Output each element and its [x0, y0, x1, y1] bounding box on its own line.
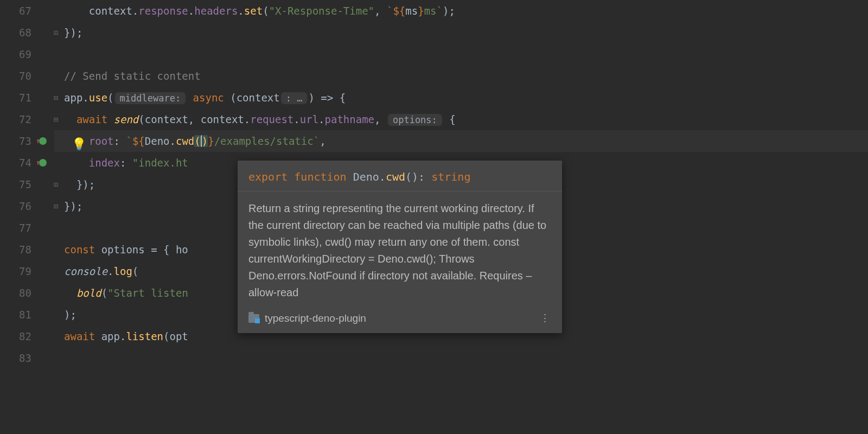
line-number[interactable]: 69 [0, 43, 31, 65]
token: , [374, 113, 387, 125]
fold-close-icon[interactable]: ⊡ [52, 195, 60, 217]
token: ); [443, 5, 455, 17]
line-number[interactable]: 67 [0, 0, 31, 22]
gutter: 67686970717273↑74↑757677787980818283 [0, 0, 50, 434]
line-number[interactable]: 71 [0, 87, 31, 108]
fold-open-icon[interactable]: ⊟ [52, 108, 60, 130]
token: }); [64, 27, 82, 39]
token: ${ [132, 135, 145, 147]
line-number[interactable]: 79 [0, 260, 31, 282]
token: } [208, 135, 214, 147]
line-number[interactable]: 74↑ [0, 152, 31, 174]
inlay-hint: options: [388, 114, 442, 126]
token: request [250, 113, 293, 125]
code-line[interactable]: // Send static content [54, 65, 868, 87]
fold-close-icon[interactable]: ⊡ [52, 174, 60, 195]
token: ( [101, 287, 107, 299]
token: headers [194, 5, 238, 17]
token: // Send static content [64, 70, 201, 82]
code-line[interactable]: ⊟ await send(context, context.request.ur… [54, 108, 868, 130]
code-line[interactable] [54, 347, 868, 369]
line-number[interactable]: 73↑ [0, 130, 31, 152]
token: }); [64, 178, 95, 190]
token: await [76, 113, 107, 125]
keyword-export: export [248, 170, 288, 183]
line-number[interactable]: 78 [0, 239, 31, 260]
token: ); [64, 309, 76, 321]
token: , [374, 5, 387, 17]
line-number[interactable]: 82 [0, 326, 31, 347]
code-line[interactable]: context.response.headers.set("X-Response… [54, 0, 868, 22]
line-number[interactable]: 70 [0, 65, 31, 87]
token: ( [263, 5, 269, 17]
token: send [114, 113, 139, 125]
vcs-change-marker[interactable] [39, 137, 47, 145]
token: ms [405, 5, 418, 17]
line-number[interactable]: 80 [0, 282, 31, 304]
quick-doc-popup: export function Deno.cwd(): string Retur… [238, 161, 562, 333]
line-number[interactable]: 76 [0, 195, 31, 217]
token [187, 92, 193, 104]
folder-icon [248, 314, 259, 323]
token: => [321, 92, 333, 104]
token: console [64, 265, 107, 277]
token: (opt [163, 330, 188, 342]
token: (context [224, 92, 280, 104]
fold-close-icon[interactable]: ⊡ [52, 22, 60, 43]
token: (context, context. [138, 113, 250, 125]
token: url [300, 113, 318, 125]
token: listen [126, 330, 163, 342]
token: ` [387, 5, 393, 17]
token: . [293, 113, 299, 125]
token: bold [76, 287, 101, 299]
line-number[interactable]: 72 [0, 108, 31, 130]
token: const [64, 244, 95, 256]
line-number[interactable]: 68 [0, 22, 31, 43]
source-label: typescript-deno-plugin [265, 312, 366, 324]
line-number[interactable]: 81 [0, 304, 31, 326]
code-line[interactable] [54, 43, 868, 65]
token: options = { ho [95, 244, 188, 256]
inlay-hint: : … [281, 92, 308, 104]
token: log [114, 265, 132, 277]
inlay-hint: middleware: [115, 92, 186, 104]
token: "index.ht [132, 157, 188, 169]
vcs-arrow-icon: ↑ [36, 152, 40, 174]
vcs-change-marker[interactable] [39, 159, 47, 167]
token: . [238, 5, 244, 17]
token: "Start listen [107, 287, 188, 299]
token: app. [64, 92, 89, 104]
token [64, 113, 76, 125]
token: . [318, 113, 324, 125]
token: : [114, 135, 126, 147]
token: ( [194, 135, 200, 147]
token: . [188, 5, 194, 17]
code-line[interactable]: 💡 root: `${Deno.cwd()}/examples/static`, [54, 130, 868, 152]
token: root [89, 135, 114, 147]
line-number[interactable]: 77 [0, 217, 31, 239]
token: response [138, 5, 188, 17]
more-actions-icon[interactable]: ⋮ [540, 312, 551, 324]
code-line[interactable]: ⊟app.use(middleware: async (context: …) … [54, 87, 868, 108]
quick-doc-body: Return a string representing the current… [238, 192, 562, 308]
token [64, 157, 89, 169]
token: { [333, 92, 346, 104]
token: ) [201, 135, 208, 147]
token: pathname [325, 113, 375, 125]
token: ` [126, 135, 132, 147]
token: index [89, 157, 120, 169]
vcs-arrow-icon: ↑ [36, 130, 40, 152]
fold-open-icon[interactable]: ⊟ [52, 87, 60, 108]
keyword-function: function [294, 170, 346, 183]
token: ( [132, 265, 138, 277]
line-number[interactable]: 83 [0, 347, 31, 369]
token: . [132, 5, 138, 17]
token: ( [107, 92, 113, 104]
qualifier: Deno. [353, 170, 386, 183]
line-number[interactable]: 75 [0, 174, 31, 195]
token: , [320, 135, 326, 147]
code-line[interactable]: ⊡}); [54, 22, 868, 43]
token: } [418, 5, 424, 17]
token: /examples/static` [214, 135, 320, 147]
token: ms` [424, 5, 443, 17]
